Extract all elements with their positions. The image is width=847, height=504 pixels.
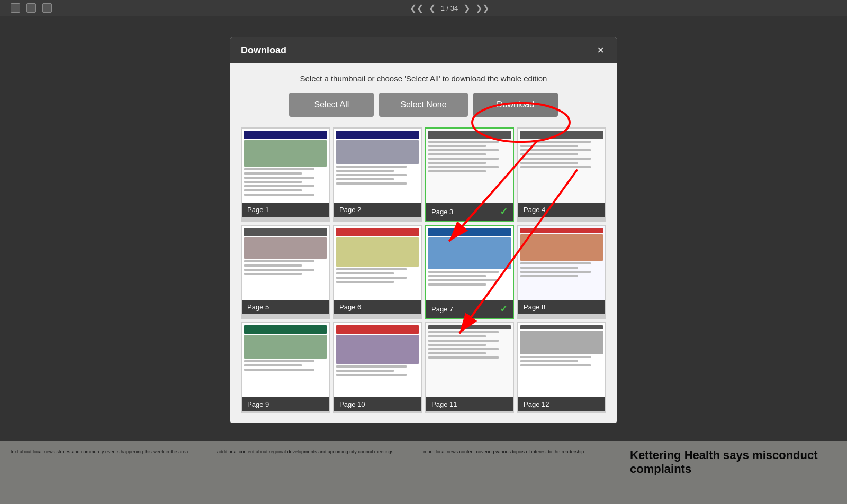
page-11-image [426, 323, 513, 397]
page-3-check-icon: ✓ [500, 206, 508, 217]
page-1-text: Page 1 [247, 206, 269, 214]
modal-overlay: Download × Select a thumbnail or choose … [0, 16, 847, 504]
background-page: text about local news stories and commun… [0, 16, 847, 504]
page-5-image [242, 226, 329, 300]
page-3-text: Page 3 [431, 208, 453, 216]
page-7-check-icon: ✓ [500, 303, 508, 315]
nav-next[interactable]: ❯ [463, 3, 470, 13]
page-5-label: Page 5 [242, 300, 329, 314]
page-12-text: Page 12 [524, 400, 549, 408]
page-4-label: Page 4 [518, 203, 605, 217]
instruction-text: Select a thumbnail or choose 'Select All… [241, 74, 606, 83]
page-5-thumbnail[interactable]: Page 5 [241, 225, 330, 319]
page-11-text: Page 11 [431, 400, 457, 408]
toolbar-icon-1[interactable] [11, 3, 20, 13]
toolbar: ❮❮ ❮ 1 / 34 ❯ ❯❯ [0, 0, 847, 16]
page-3-thumbnail[interactable]: Page 3 ✓ [425, 127, 514, 222]
page-9-label: Page 9 [242, 397, 329, 411]
toolbar-icon-2[interactable] [26, 3, 36, 13]
page-5-text: Page 5 [247, 303, 269, 311]
page-2-thumbnail[interactable]: Page 2 [333, 127, 422, 222]
action-buttons: Select All Select None Download [241, 93, 606, 117]
page-1-thumbnail[interactable]: Page 1 [241, 127, 330, 222]
page-11-thumbnail[interactable]: Page 11 [425, 322, 514, 413]
page-7-text: Page 7 [431, 305, 453, 313]
page-7-label: Page 7 ✓ [426, 300, 513, 318]
select-all-button[interactable]: Select All [289, 93, 374, 117]
nav-prev[interactable]: ❮ [429, 3, 436, 13]
page-7-image [426, 226, 513, 300]
page-3-image [426, 129, 513, 203]
page-4-text: Page 4 [524, 206, 545, 214]
thumbnails-grid: Page 1 [241, 127, 606, 413]
download-modal: Download × Select a thumbnail or choose … [230, 37, 617, 423]
modal-header: Download × [230, 37, 617, 63]
page-1-image [242, 129, 329, 203]
page-6-text: Page 6 [339, 303, 361, 311]
page-8-text: Page 8 [524, 303, 545, 311]
toolbar-icons [11, 3, 52, 13]
select-none-button[interactable]: Select None [379, 93, 467, 117]
page-9-image [242, 323, 329, 397]
page-2-image [334, 129, 421, 203]
page-8-thumbnail[interactable]: Page 8 [517, 225, 606, 319]
nav-last[interactable]: ❯❯ [475, 3, 489, 13]
page-9-thumbnail[interactable]: Page 9 [241, 322, 330, 413]
download-button[interactable]: Download [473, 93, 558, 117]
close-button[interactable]: × [595, 44, 606, 56]
page-6-label: Page 6 [334, 300, 421, 314]
page-12-image [518, 323, 605, 397]
page-12-thumbnail[interactable]: Page 12 [517, 322, 606, 413]
page-1-label: Page 1 [242, 203, 329, 217]
page-11-label: Page 11 [426, 397, 513, 411]
page-3-label: Page 3 ✓ [426, 203, 513, 221]
toolbar-icon-3[interactable] [42, 3, 52, 13]
page-10-text: Page 10 [339, 400, 365, 408]
page-8-label: Page 8 [518, 300, 605, 314]
page-12-label: Page 12 [518, 397, 605, 411]
page-indicator: 1 / 34 [441, 4, 458, 12]
nav-first[interactable]: ❮❮ [410, 3, 424, 13]
page-10-label: Page 10 [334, 397, 421, 411]
page-9-text: Page 9 [247, 400, 269, 408]
page-2-label: Page 2 [334, 203, 421, 217]
page-7-thumbnail[interactable]: Page 7 ✓ [425, 225, 514, 319]
toolbar-nav: ❮❮ ❮ 1 / 34 ❯ ❯❯ [410, 3, 490, 13]
page-8-image [518, 226, 605, 300]
page-4-thumbnail[interactable]: Page 4 [517, 127, 606, 222]
page-2-text: Page 2 [339, 206, 361, 214]
page-6-image [334, 226, 421, 300]
page-6-thumbnail[interactable]: Page 6 [333, 225, 422, 319]
toolbar-content: ❮❮ ❮ 1 / 34 ❯ ❯❯ [0, 3, 847, 13]
modal-title: Download [241, 45, 286, 56]
page-10-thumbnail[interactable]: Page 10 [333, 322, 422, 413]
page-4-image [518, 129, 605, 203]
page-10-image [334, 323, 421, 397]
modal-body: Select a thumbnail or choose 'Select All… [230, 63, 617, 423]
